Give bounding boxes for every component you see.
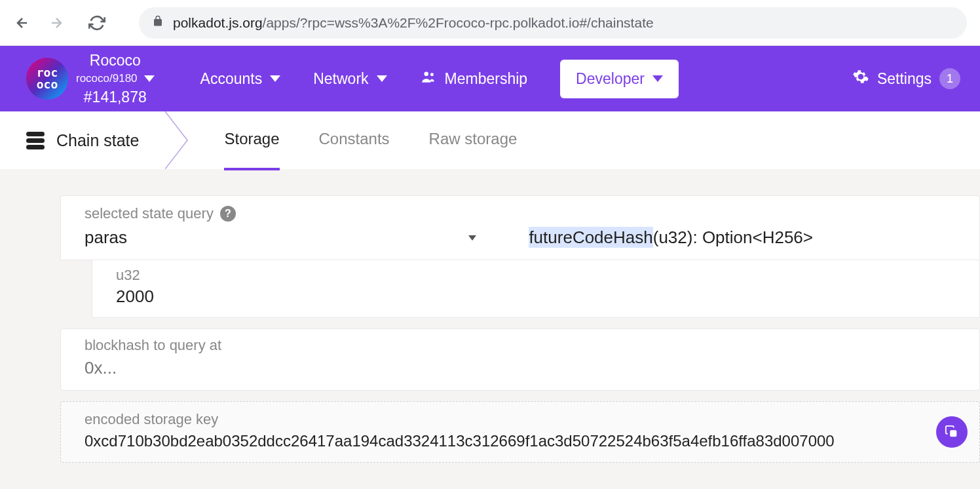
chevron-down-icon (144, 75, 155, 82)
param-input[interactable]: 2000 (116, 286, 956, 307)
url-text: polkadot.js.org/apps/?rpc=wss%3A%2F%2Fro… (173, 15, 654, 31)
svg-point-0 (424, 71, 428, 76)
chevron-down-icon (377, 75, 387, 82)
method-name: futureCodeHash (529, 227, 652, 248)
people-icon (420, 68, 437, 89)
chevron-down-icon (468, 235, 476, 241)
nav-developer[interactable]: Developer (560, 60, 679, 98)
nav-membership[interactable]: Membership (420, 68, 528, 89)
chevron-down-icon (652, 75, 663, 82)
block-number: #141,878 (84, 87, 147, 108)
module-dropdown[interactable]: paras (85, 227, 502, 248)
module-value: paras (85, 227, 127, 248)
url-domain: polkadot.js.org (173, 15, 263, 30)
query-label: selected state query ? (85, 205, 956, 222)
app-header: roc oco Rococo rococo/9180 #141,878 Acco… (0, 46, 980, 111)
chain-spec: rococo/9180 (76, 71, 138, 87)
gear-icon (852, 68, 869, 89)
browser-toolbar: polkadot.js.org/apps/?rpc=wss%3A%2F%2Fro… (0, 0, 980, 46)
method-signature: (u32): Option<H256> (653, 227, 813, 247)
param-type-label: u32 (116, 267, 956, 284)
reload-button[interactable] (88, 14, 106, 32)
method-dropdown[interactable]: futureCodeHash(u32): Option<H256> (529, 227, 813, 248)
nav-accounts[interactable]: Accounts (200, 70, 281, 88)
breadcrumb-divider (172, 111, 198, 169)
lock-icon (152, 15, 164, 30)
help-icon[interactable]: ? (220, 206, 236, 222)
copy-icon (945, 425, 959, 439)
svg-rect-2 (950, 430, 956, 437)
chain-selector[interactable]: roc oco Rococo rococo/9180 #141,878 (0, 50, 168, 108)
url-path: /apps/?rpc=wss%3A%2F%2Frococo-rpc.polkad… (263, 15, 654, 30)
chain-info: Rococo rococo/9180 #141,878 (76, 50, 155, 108)
back-button[interactable] (13, 14, 31, 32)
settings-badge: 1 (939, 68, 960, 89)
encoded-key-value: 0xcd710b30bd2eab0352ddcc26417aa194cad332… (85, 432, 956, 450)
forward-button[interactable] (47, 14, 66, 32)
tab-list: Storage Constants Raw storage (224, 130, 517, 151)
encoded-key-label: encoded storage key (85, 411, 956, 428)
chevron-down-icon (270, 75, 280, 82)
chain-name: Rococo (90, 50, 141, 71)
blockhash-card: blockhash to query at (60, 328, 980, 391)
chain-logo: roc oco (26, 58, 68, 100)
blockhash-label: blockhash to query at (85, 337, 956, 354)
nav-settings[interactable]: Settings 1 (852, 68, 960, 89)
tab-storage[interactable]: Storage (224, 130, 279, 151)
svg-point-1 (430, 73, 433, 76)
sub-navigation: Chain state Storage Constants Raw storag… (0, 111, 980, 169)
tab-raw-storage[interactable]: Raw storage (429, 130, 518, 151)
nav-items: Accounts Network Membership Developer (200, 60, 679, 98)
param-card: u32 2000 (92, 260, 980, 318)
tab-constants[interactable]: Constants (319, 130, 390, 151)
nav-arrows (13, 14, 106, 32)
query-selector-card: selected state query ? paras futureCodeH… (60, 195, 980, 260)
database-icon (26, 132, 45, 149)
blockhash-input[interactable] (85, 358, 956, 378)
main-content: selected state query ? paras futureCodeH… (0, 169, 980, 463)
encoded-key-card: encoded storage key 0xcd710b30bd2eab0352… (60, 401, 980, 463)
page-title: Chain state (0, 131, 172, 150)
nav-network[interactable]: Network (313, 70, 386, 88)
address-bar[interactable]: polkadot.js.org/apps/?rpc=wss%3A%2F%2Fro… (139, 7, 967, 39)
copy-button[interactable] (936, 416, 968, 448)
